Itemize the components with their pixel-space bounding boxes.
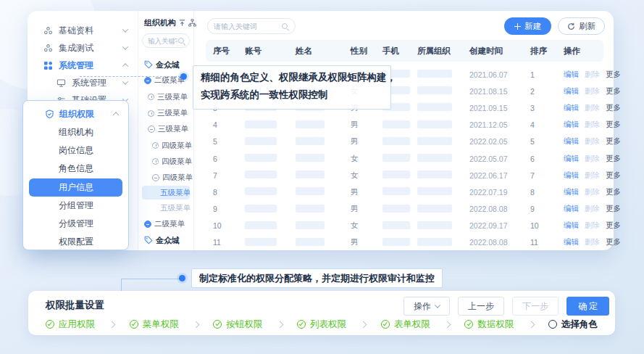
edit-link[interactable]: 编辑 xyxy=(564,237,579,247)
popup-menu-item[interactable]: 岗位信息 xyxy=(23,141,128,160)
tree-node[interactable]: 五级菜单 xyxy=(142,186,190,199)
step-done[interactable]: 应用权限 xyxy=(46,318,95,331)
check-circle-icon xyxy=(381,320,390,329)
popup-header[interactable]: 组织权限 xyxy=(23,104,128,123)
collapse-node-icon[interactable] xyxy=(152,174,159,181)
popup-menu-item[interactable]: 权限配置 xyxy=(23,233,128,251)
edit-link[interactable]: 编辑 xyxy=(564,70,579,80)
chevron-right-icon xyxy=(360,321,367,328)
prev-step-button[interactable]: 上一步 xyxy=(458,297,504,316)
step-done[interactable]: 列表权限 xyxy=(297,318,346,331)
skeleton-cell xyxy=(238,205,288,214)
more-link[interactable]: 更多 xyxy=(606,136,621,147)
edit-link[interactable]: 编辑 xyxy=(564,204,579,214)
tree-node[interactable]: 二级菜单 xyxy=(138,216,193,232)
skeleton-cell xyxy=(238,221,288,231)
cell-order: 3 xyxy=(523,104,556,112)
collapse-all-icon[interactable] xyxy=(177,18,186,27)
step-done[interactable]: 数据权限 xyxy=(464,318,514,331)
more-link[interactable]: 更多 xyxy=(606,170,621,181)
delete-link[interactable]: 删除 xyxy=(585,103,600,113)
tree-node[interactable]: 金众城 xyxy=(138,57,193,73)
sidebar-item[interactable]: 系统管理 xyxy=(28,57,138,74)
row-actions: 编辑删除更多 xyxy=(556,70,621,80)
delete-link[interactable]: 删除 xyxy=(585,86,600,96)
table-row: 6女2022.05.076编辑删除更多 xyxy=(206,150,603,167)
tree-node[interactable]: 三级菜单 xyxy=(138,89,193,105)
popup-item-label: 用户信息 xyxy=(59,181,93,194)
collapse-node-icon[interactable] xyxy=(144,221,151,228)
skeleton-block xyxy=(296,238,325,246)
popup-menu-item[interactable]: 组织机构 xyxy=(23,123,128,141)
cell-order: 11 xyxy=(523,238,556,247)
popup-menu-item[interactable]: 角色信息 xyxy=(23,160,128,178)
delete-link[interactable]: 删除 xyxy=(585,237,600,247)
expand-node-icon[interactable] xyxy=(152,142,159,149)
sidebar-item-label: 系统管理 xyxy=(59,59,117,72)
delete-link[interactable]: 删除 xyxy=(585,204,600,214)
step-done[interactable]: 按钮权限 xyxy=(213,318,262,331)
tree-node[interactable]: 金众城 xyxy=(138,232,193,248)
tree-node[interactable]: 四级菜单 xyxy=(138,154,193,170)
edit-link[interactable]: 编辑 xyxy=(564,170,579,181)
edit-link[interactable]: 编辑 xyxy=(564,221,579,231)
more-link[interactable]: 更多 xyxy=(606,154,621,164)
step-done[interactable]: 表单权限 xyxy=(381,318,430,331)
delete-link[interactable]: 删除 xyxy=(585,187,600,197)
action-dropdown-button[interactable]: 操作 xyxy=(403,297,450,316)
collapse-node-icon[interactable] xyxy=(144,77,151,84)
table-search-input[interactable] xyxy=(214,22,281,30)
step-label: 数据权限 xyxy=(477,318,514,331)
tree-search-input[interactable] xyxy=(148,37,177,45)
delete-link[interactable]: 删除 xyxy=(585,221,600,231)
step-current[interactable]: 选择角色 xyxy=(548,318,598,331)
chevron-down-icon xyxy=(122,26,128,32)
more-link[interactable]: 更多 xyxy=(606,204,621,214)
delete-link[interactable]: 删除 xyxy=(585,154,600,164)
skeleton-cell xyxy=(375,238,410,247)
delete-link[interactable]: 删除 xyxy=(585,120,600,130)
expand-node-icon[interactable] xyxy=(152,158,159,165)
sidebar-item[interactable]: 集成测试 xyxy=(28,39,138,57)
more-link[interactable]: 更多 xyxy=(606,86,621,96)
tree-node[interactable]: 三级菜单 xyxy=(138,105,193,121)
panel-title: 权限批量设置 xyxy=(46,299,104,312)
more-link[interactable]: 更多 xyxy=(606,237,621,247)
edit-link[interactable]: 编辑 xyxy=(564,154,579,164)
refresh-button[interactable]: 刷新 xyxy=(558,17,605,35)
edit-link[interactable]: 编辑 xyxy=(564,120,579,130)
delete-link[interactable]: 删除 xyxy=(585,136,600,147)
skeleton-cell xyxy=(238,120,288,130)
skeleton-cell xyxy=(375,137,410,147)
delete-link[interactable]: 删除 xyxy=(585,70,600,80)
more-link[interactable]: 更多 xyxy=(606,103,621,113)
skeleton-block xyxy=(417,137,452,145)
edit-link[interactable]: 编辑 xyxy=(564,187,579,197)
step-done[interactable]: 菜单权限 xyxy=(130,318,179,331)
check-icon xyxy=(382,321,388,326)
more-link[interactable]: 更多 xyxy=(606,187,621,197)
expand-node-icon[interactable] xyxy=(148,94,154,100)
expand-node-icon[interactable] xyxy=(148,110,154,117)
tree-node[interactable]: 五级菜单 xyxy=(138,199,193,215)
tree-node[interactable]: 三级菜单 xyxy=(138,121,193,137)
edit-link[interactable]: 编辑 xyxy=(564,136,579,147)
popup-menu-item[interactable]: 分级管理 xyxy=(23,215,128,233)
popup-menu-item[interactable]: 用户信息 xyxy=(29,178,122,197)
sidebar-item[interactable]: 基础资料 xyxy=(28,22,138,39)
delete-link[interactable]: 删除 xyxy=(585,170,600,181)
edit-link[interactable]: 编辑 xyxy=(564,103,579,113)
collapse-node-icon[interactable] xyxy=(148,125,155,133)
tree-node[interactable]: 四级菜单 xyxy=(138,137,193,153)
row-actions: 编辑删除更多 xyxy=(556,136,621,147)
next-step-button[interactable]: 下一步 xyxy=(512,297,559,316)
more-link[interactable]: 更多 xyxy=(606,70,621,80)
more-link[interactable]: 更多 xyxy=(606,120,621,130)
edit-link[interactable]: 编辑 xyxy=(564,86,579,96)
confirm-button[interactable]: 确定 xyxy=(566,297,609,316)
popup-menu-item[interactable]: 分组管理 xyxy=(23,197,128,215)
tree-node[interactable]: 四级菜单 xyxy=(138,170,193,186)
create-button[interactable]: 新建 xyxy=(504,17,551,35)
column-header: 手机 xyxy=(375,46,410,57)
more-link[interactable]: 更多 xyxy=(606,221,621,231)
